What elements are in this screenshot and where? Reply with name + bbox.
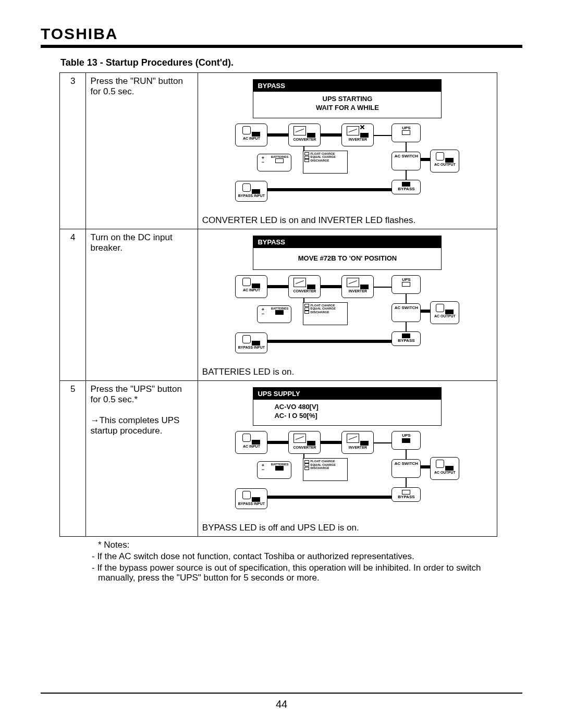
bypass-input-block: BYPASS INPUT	[235, 181, 267, 202]
breaker-icon	[242, 434, 251, 442]
converter-block: CONVERTER	[288, 124, 321, 146]
flow-diagram: AC INPUT CONVERTER INVERTER UPS BATTERIE…	[235, 431, 459, 520]
lcd-display: BYPASS UPS STARTING WAIT FOR A WHILE	[253, 79, 442, 118]
step-number: 4	[60, 229, 86, 380]
breaker-icon	[242, 491, 251, 499]
diagram-caption: BATTERIES LED is on.	[202, 367, 493, 377]
equal-led-icon	[304, 307, 309, 311]
flow-diagram: AC INPUT CONVERTER INVERTER UPS BATTERIE…	[235, 124, 459, 212]
ac-input-led	[252, 440, 260, 445]
wave-icon	[293, 126, 306, 135]
batteries-led	[275, 158, 284, 163]
bypass-block: BYPASS	[391, 331, 421, 346]
battery-icon	[260, 156, 266, 164]
ac-output-led	[445, 466, 454, 471]
converter-led	[307, 285, 315, 289]
step-number: 3	[60, 73, 86, 229]
table-title: Table 13 - Startup Procedures (Cont'd).	[60, 57, 522, 68]
batteries-block: BATTERIES	[257, 305, 291, 323]
ac-output-led	[445, 158, 454, 163]
converter-block: CONVERTER	[288, 275, 321, 298]
table-row: 3 Press the "RUN" button for 0.5 sec. BY…	[60, 73, 497, 229]
wave-icon	[347, 126, 359, 135]
equal-led-icon	[304, 156, 309, 159]
diagram-caption: CONVERTER LED is on and INVERTER LED fla…	[202, 215, 493, 226]
bypass-block: BYPASS	[391, 180, 421, 194]
inverter-block: INVERTER	[341, 275, 374, 298]
discharge-led-icon	[304, 159, 309, 162]
charge-states-block: FLOAT CHARGE EQUAL CHARGE DISCHARGE	[303, 302, 348, 325]
batteries-block: BATTERIES	[257, 461, 291, 479]
ups-led	[402, 438, 410, 443]
table-row: 4 Turn on the DC input breaker. BYPASS M…	[60, 229, 497, 380]
lcd-display: BYPASS MOVE #72B TO 'ON' POSITION	[253, 236, 442, 270]
breaker-icon	[436, 460, 444, 468]
wave-icon	[293, 278, 306, 287]
notes-line: - If the AC switch dose not function, co…	[98, 551, 494, 562]
lcd-line: AC- I O 50[%]	[274, 412, 317, 419]
inverter-block: INVERTER	[341, 124, 374, 146]
ac-input-led	[252, 283, 260, 288]
ac-input-block: AC INPUT	[235, 275, 267, 298]
ac-output-block: AC OUTPUT	[430, 301, 459, 324]
batteries-led	[275, 466, 284, 471]
footer-rule	[41, 693, 522, 694]
breaker-icon	[242, 335, 251, 343]
wave-icon	[293, 434, 306, 443]
ac-output-block: AC OUTPUT	[430, 150, 459, 172]
step-number: 5	[60, 380, 86, 537]
header-rule	[41, 45, 522, 48]
ac-switch-block: AC SWITCH	[391, 303, 421, 322]
ac-switch-block: AC SWITCH	[391, 459, 421, 478]
ac-output-block: AC OUTPUT	[430, 457, 459, 480]
notes-heading: * Notes:	[98, 540, 494, 550]
breaker-icon	[242, 183, 251, 192]
lcd-display: UPS SUPPLY AC-VO 480[V] AC- I O 50[%]	[253, 387, 442, 426]
lcd-line: WAIT FOR A WHILE	[316, 104, 379, 112]
bypass-input-block: BYPASS INPUT	[235, 488, 267, 509]
wave-icon	[347, 278, 359, 287]
lcd-header: UPS SUPPLY	[253, 388, 441, 400]
inverter-block: INVERTER	[341, 431, 374, 454]
step-panel: BYPASS UPS STARTING WAIT FOR A WHILE AC	[198, 73, 497, 229]
step-panel: BYPASS MOVE #72B TO 'ON' POSITION AC INP…	[198, 229, 497, 380]
step-instruction: Press the "RUN" button for 0.5 sec.	[86, 73, 198, 229]
ups-block: UPS	[391, 275, 421, 294]
inverter-led	[360, 133, 369, 138]
step-panel: UPS SUPPLY AC-VO 480[V] AC- I O 50[%]	[198, 380, 497, 537]
lcd-body: MOVE #72B TO 'ON' POSITION	[253, 248, 441, 269]
batteries-led	[275, 310, 284, 315]
flow-diagram: AC INPUT CONVERTER INVERTER UPS BATTERIE…	[235, 275, 459, 364]
wave-icon	[347, 434, 359, 443]
step-instruction-extra: →This completes UPS startup procedure.	[90, 415, 179, 436]
batteries-block: BATTERIES	[257, 154, 291, 171]
bypass-input-led	[252, 189, 260, 194]
lcd-line: MOVE #72B TO 'ON' POSITION	[298, 254, 397, 262]
bypass-block: BYPASS	[391, 487, 421, 502]
ac-switch-block: AC SWITCH	[391, 152, 421, 170]
discharge-led-icon	[304, 311, 309, 314]
diagram-caption: BYPASS LED is off and UPS LED is on.	[202, 523, 493, 533]
ups-led	[402, 130, 410, 135]
converter-block: CONVERTER	[288, 431, 321, 454]
ups-led	[402, 282, 410, 287]
discharge-led-icon	[304, 467, 309, 470]
bypass-led	[402, 182, 410, 187]
charge-states-block: FLOAT CHARGE EQUAL CHARGE DISCHARGE	[303, 151, 348, 174]
notes-block: * Notes: - If the AC switch dose not fun…	[98, 540, 494, 583]
battery-icon	[260, 307, 266, 316]
bypass-led	[402, 490, 410, 495]
page-number: 44	[0, 698, 563, 710]
lcd-header: BYPASS	[253, 80, 441, 92]
bypass-input-led	[252, 497, 260, 502]
table-row: 5 Press the "UPS" button for 0.5 sec.* →…	[60, 380, 497, 537]
breaker-icon	[436, 152, 444, 161]
breaker-icon	[242, 278, 251, 286]
notes-line: - If the bypass power source is out of s…	[98, 563, 494, 583]
bypass-led	[402, 334, 410, 338]
bypass-input-block: BYPASS INPUT	[235, 332, 267, 353]
lcd-header: BYPASS	[253, 236, 441, 248]
converter-led	[307, 441, 315, 446]
charge-states-block: FLOAT CHARGE EQUAL CHARGE DISCHARGE	[303, 458, 348, 481]
ac-output-led	[445, 310, 454, 314]
